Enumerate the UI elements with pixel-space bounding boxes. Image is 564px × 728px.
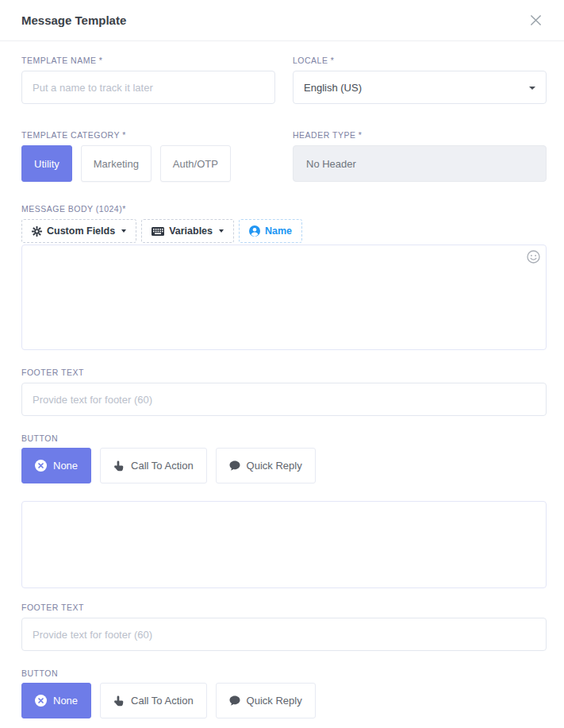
locale-selected-value: English (US) (304, 82, 362, 94)
button-section-1: BUTTON None Call To Action (21, 433, 547, 483)
template-category-group: TEMPLATE CATEGORY * Utility Marketing Au… (21, 130, 275, 182)
variables-dropdown-button[interactable]: Variables (141, 219, 234, 243)
button-quick-reply-1[interactable]: Quick Reply (216, 448, 316, 483)
header-type-value: No Header (306, 158, 356, 170)
message-body-section: MESSAGE BODY (1024)* Custom Fields Varia… (21, 204, 547, 350)
template-category-label: TEMPLATE CATEGORY * (21, 130, 275, 140)
custom-fields-label: Custom Fields (47, 225, 115, 237)
modal-header: Message Template (0, 0, 564, 41)
button-quick-reply-label: Quick Reply (247, 460, 302, 472)
template-name-label: TEMPLATE NAME * (21, 56, 275, 65)
category-header-row: TEMPLATE CATEGORY * Utility Marketing Au… (21, 130, 547, 182)
footer-text-1-input[interactable] (21, 383, 547, 416)
button-call-to-action-label: Call To Action (131, 460, 194, 472)
button-type-group-1: None Call To Action Quick Reply (21, 448, 547, 483)
footer-text-2-group: FOOTER TEXT (21, 603, 547, 651)
button-quick-reply-label: Quick Reply (247, 695, 302, 707)
keyboard-icon (152, 227, 164, 236)
smiley-icon (527, 250, 540, 264)
message-body-editor-wrap (21, 245, 547, 350)
button-call-to-action-1[interactable]: Call To Action (100, 448, 207, 483)
header-type-select[interactable]: No Header (293, 145, 547, 182)
caret-down-icon (121, 229, 126, 233)
user-circle-icon (249, 225, 260, 237)
message-template-modal: Message Template TEMPLATE NAME * LOCALE … (0, 0, 564, 728)
locale-select[interactable]: English (US) (293, 71, 547, 104)
name-variable-label: Name (265, 225, 292, 237)
message-body-label: MESSAGE BODY (1024)* (21, 204, 547, 214)
footer-text-1-group: FOOTER TEXT (21, 368, 547, 416)
header-type-group: HEADER TYPE * No Header (293, 130, 547, 182)
button-none-2[interactable]: None (21, 683, 91, 718)
header-type-label: HEADER TYPE * (293, 130, 547, 140)
footer-text-2-input[interactable] (21, 618, 547, 651)
button-none-label: None (53, 460, 78, 472)
caret-down-icon (219, 229, 224, 233)
button-call-to-action-2[interactable]: Call To Action (100, 683, 207, 718)
close-icon (530, 14, 542, 26)
button-none-label: None (53, 695, 78, 707)
modal-body: TEMPLATE NAME * LOCALE * English (US) TE… (0, 41, 564, 728)
name-variable-button[interactable]: Name (239, 219, 302, 243)
button-section-2: BUTTON None Call To Action (21, 668, 547, 718)
message-body-2-wrap (21, 501, 547, 588)
category-auth-otp-button[interactable]: Auth/OTP (160, 145, 231, 182)
close-button[interactable] (527, 11, 545, 29)
button-2-label: BUTTON (21, 668, 547, 678)
caret-down-icon (529, 87, 535, 90)
hand-pointer-icon (113, 695, 125, 707)
button-call-to-action-label: Call To Action (131, 695, 194, 707)
hand-pointer-icon (113, 460, 125, 472)
template-name-input[interactable] (21, 71, 275, 104)
comment-icon (229, 460, 240, 471)
category-utility-button[interactable]: Utility (21, 145, 72, 182)
message-body-textarea[interactable] (21, 245, 547, 350)
template-name-field-group: TEMPLATE NAME * (21, 56, 275, 104)
custom-fields-dropdown-button[interactable]: Custom Fields (21, 219, 136, 243)
modal-title: Message Template (21, 13, 126, 27)
times-circle-icon (35, 460, 47, 472)
comment-icon (229, 695, 240, 706)
button-type-group-2: None Call To Action Quick Reply (21, 683, 547, 718)
button-none-1[interactable]: None (21, 448, 91, 483)
button-1-label: BUTTON (21, 433, 547, 443)
category-marketing-button[interactable]: Marketing (81, 145, 152, 182)
gear-icon (32, 226, 42, 237)
button-quick-reply-2[interactable]: Quick Reply (216, 683, 316, 718)
name-locale-row: TEMPLATE NAME * LOCALE * English (US) (21, 56, 547, 104)
category-button-group: Utility Marketing Auth/OTP (21, 145, 275, 182)
locale-field-group: LOCALE * English (US) (293, 56, 547, 104)
times-circle-icon (35, 695, 47, 707)
emoji-picker-button[interactable] (527, 250, 540, 264)
variables-label: Variables (169, 225, 213, 237)
message-body-2-textarea[interactable] (21, 501, 547, 588)
locale-label: LOCALE * (293, 56, 547, 65)
message-body-toolbar: Custom Fields Variables Name (21, 219, 547, 243)
footer-text-1-label: FOOTER TEXT (21, 368, 547, 377)
footer-text-2-label: FOOTER TEXT (21, 603, 547, 612)
